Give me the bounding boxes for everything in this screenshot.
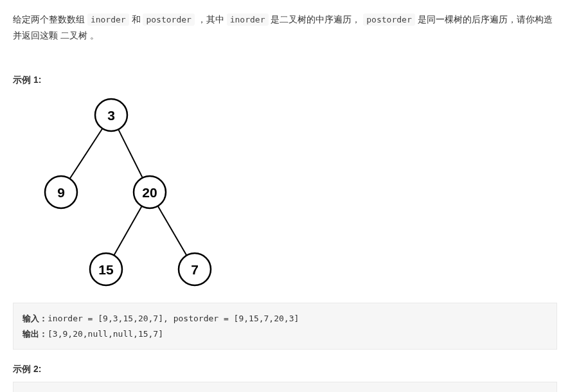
example-title: 示例 2: — [13, 364, 557, 375]
desc-code: inorder — [87, 13, 129, 26]
desc-code: inorder — [227, 13, 269, 26]
tree-edge — [118, 130, 143, 178]
example-code-block: 输入：inorder = [9,3,15,20,7], postorder = … — [13, 303, 557, 350]
example-code-block: 输入：inorder = [-1], postorder = [-1]输出：[-… — [13, 382, 557, 392]
input-label: 输入： — [22, 314, 48, 323]
output-label: 输出： — [22, 329, 48, 339]
output-value: [3,9,20,null,null,15,7] — [48, 329, 163, 339]
example-title: 示例 1: — [13, 75, 557, 86]
problem-description: 给定两个整数数组 inorder 和 postorder ，其中 inorder… — [13, 12, 557, 44]
desc-text: 是二叉树的中序遍历， — [269, 14, 364, 24]
tree-edge — [70, 129, 103, 179]
tree-node-label: 15 — [98, 262, 114, 277]
tree-node-label: 20 — [142, 185, 157, 200]
tree-node-label: 3 — [107, 108, 115, 123]
input-line: 输入：inorder = [9,3,15,20,7], postorder = … — [22, 311, 548, 326]
desc-code: postorder — [143, 13, 194, 26]
desc-text: 给定两个整数数组 — [13, 14, 87, 24]
output-line: 输出：[3,9,20,null,null,15,7] — [22, 326, 548, 341]
example-section: 示例 2:输入：inorder = [-1], postorder = [-1]… — [13, 364, 557, 392]
desc-code: postorder — [363, 13, 414, 26]
desc-text: ，其中 — [195, 14, 227, 24]
input-value: inorder = [9,3,15,20,7], postorder = [9,… — [48, 314, 299, 323]
tree-edge — [158, 206, 187, 256]
example-section: 示例 1:3920157输入：inorder = [9,3,15,20,7], … — [13, 75, 557, 350]
tree-edge — [114, 206, 141, 255]
tree-container: 3920157 — [26, 93, 557, 294]
tree-node-label: 9 — [57, 185, 65, 200]
tree-node-label: 7 — [191, 262, 199, 277]
binary-tree-diagram: 3920157 — [26, 93, 218, 292]
desc-text: 和 — [129, 14, 143, 24]
